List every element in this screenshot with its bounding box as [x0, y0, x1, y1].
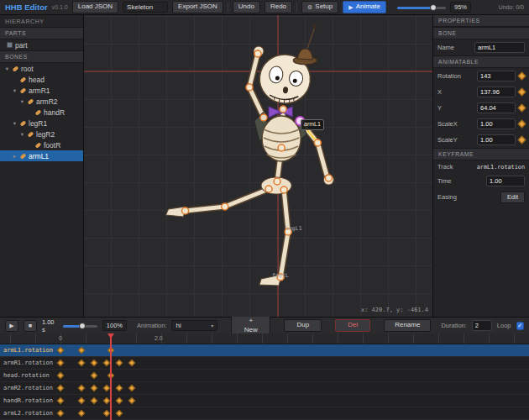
bone-item-legR1[interactable]: ▾ legR1 [0, 118, 83, 129]
animation-label: Animation: [137, 322, 166, 329]
keyframe-diamond[interactable] [116, 385, 123, 391]
slider-thumb[interactable] [79, 323, 86, 329]
animate-mode-button[interactable]: ▶ Animate [343, 1, 386, 13]
chevron-down-icon: ▾ [211, 323, 213, 328]
keyframe-toggle-rotation[interactable] [518, 72, 526, 81]
canvas-zoom-slider[interactable] [397, 3, 446, 12]
track-name-label: head.rotation [0, 372, 50, 379]
slider-thumb[interactable] [430, 4, 437, 11]
x-input[interactable] [477, 87, 516, 97]
bone-name-input[interactable] [474, 42, 525, 53]
loop-checkbox[interactable]: ✓ [516, 322, 524, 330]
rotation-input[interactable] [477, 71, 516, 81]
timeline-track-row[interactable]: armR1.rotation [0, 357, 529, 370]
keyframe-diamond[interactable] [91, 372, 97, 379]
timeline-track-row[interactable]: armR2.rotation [0, 382, 529, 395]
redo-button[interactable]: Redo [264, 1, 292, 13]
keyframe-diamond[interactable] [91, 385, 97, 391]
redo-label: Redo [270, 3, 286, 11]
setup-mode-button[interactable]: ⚙ Setup [301, 1, 338, 13]
bone-item-legR2[interactable]: ▾ legR2 [0, 129, 83, 139]
bone-item-armL1[interactable]: ▸ armL1 [0, 150, 83, 161]
timeline-track-row[interactable]: armL1.rotation [0, 344, 529, 357]
canvas-joint-label: legL1 [285, 225, 302, 232]
playhead-handle-icon[interactable] [107, 333, 114, 342]
timeline-track-row[interactable]: armL2.rotation [0, 407, 529, 420]
bone-item-footR[interactable]: footR [0, 139, 83, 150]
keyframe-diamond[interactable] [116, 410, 123, 417]
skeleton-name-input[interactable] [123, 2, 168, 13]
keyframe-diamond[interactable] [78, 410, 85, 417]
stop-button[interactable]: ■ [24, 320, 37, 332]
delete-animation-button[interactable]: Del [335, 319, 370, 331]
timeline-track-row[interactable]: handR.rotation [0, 395, 529, 407]
caret-down-icon[interactable]: ▾ [4, 66, 10, 72]
loop-label: Loop [497, 322, 511, 329]
timeline-zoom-slider[interactable] [63, 322, 97, 330]
caret-down-icon[interactable]: ▾ [12, 87, 18, 94]
keyframe-toggle-x[interactable] [518, 88, 526, 97]
keyframe-diamond[interactable] [57, 410, 64, 417]
keyframe-diamond[interactable] [91, 360, 97, 366]
scaley-label: ScaleY [437, 136, 474, 144]
animation-select-value: hi [175, 322, 211, 329]
bone-item-armR2[interactable]: ▾ armR2 [0, 96, 83, 107]
delete-animation-label: Del [348, 321, 358, 329]
bone-label: armR1 [29, 87, 50, 95]
skeleton-character[interactable] [84, 15, 432, 317]
keyframe-diamond[interactable] [57, 372, 64, 379]
keyframe-diamond[interactable] [128, 397, 135, 404]
bone-item-armR1[interactable]: ▾ armR1 [0, 85, 83, 96]
caret-down-icon[interactable]: ▾ [19, 131, 25, 138]
keyframe-diamond[interactable] [78, 385, 85, 391]
bone-item-handR[interactable]: handR [0, 107, 83, 118]
timeline-area[interactable]: 0 2.0 armL1.rotationarmR1.rotationhead.r… [0, 333, 529, 420]
scaley-input[interactable] [477, 134, 516, 145]
keyframe-diamond[interactable] [78, 360, 85, 366]
duplicate-animation-label: Dup [296, 321, 309, 329]
properties-panel: PROPERTIES BONE Name ANIMATABLE Rotation… [432, 15, 529, 317]
y-input[interactable] [477, 102, 516, 113]
keyframe-toggle-scaley[interactable] [518, 136, 526, 144]
undo-button[interactable]: Undo [233, 1, 260, 13]
easing-edit-button[interactable]: Edit [500, 192, 525, 203]
keyframe-diamond[interactable] [78, 347, 85, 354]
keyframe-diamond[interactable] [128, 385, 135, 391]
keyframe-diamond[interactable] [116, 360, 123, 366]
play-icon: ▶ [348, 3, 353, 11]
playhead[interactable] [110, 333, 112, 420]
rename-animation-button[interactable]: Rename [384, 319, 431, 331]
duration-input[interactable] [472, 320, 492, 331]
ruler-tick-start: 0 [59, 335, 62, 341]
keyframe-diamond[interactable] [57, 347, 64, 354]
timeline-rows: armL1.rotationarmR1.rotationhead.rotatio… [0, 344, 529, 420]
bone-icon [20, 87, 27, 94]
caret-right-icon[interactable]: ▸ [12, 153, 18, 160]
keyframe-diamond[interactable] [57, 385, 64, 391]
canvas-viewport[interactable]: armL1 x: 420.7, y: -461.4 legL1footL [84, 15, 432, 317]
caret-down-icon[interactable]: ▾ [12, 120, 18, 127]
keyframe-diamond[interactable] [78, 397, 85, 404]
new-animation-label: + New [242, 317, 259, 334]
timeline-ruler[interactable]: 0 2.0 [0, 333, 529, 344]
scalex-input[interactable] [477, 118, 516, 129]
duplicate-animation-button[interactable]: Dup [284, 319, 322, 331]
time-input[interactable] [486, 176, 525, 186]
keyframe-diamond[interactable] [91, 397, 97, 404]
part-item[interactable]: part [0, 39, 83, 50]
bone-item-head[interactable]: head [0, 74, 83, 85]
bone-item-root[interactable]: ▾ root [0, 63, 83, 74]
export-json-button[interactable]: Export JSON [172, 1, 223, 13]
play-button[interactable]: ▶ [5, 320, 18, 332]
caret-down-icon[interactable]: ▾ [19, 98, 25, 105]
keyframe-toggle-y[interactable] [518, 104, 526, 113]
timeline-track-row[interactable]: head.rotation [0, 370, 529, 382]
track-name-label: armL1.rotation [0, 347, 53, 354]
load-json-button[interactable]: Load JSON [72, 1, 118, 13]
keyframe-diamond[interactable] [128, 360, 135, 366]
keyframe-toggle-scalex[interactable] [518, 120, 526, 129]
keyframe-diamond[interactable] [57, 360, 64, 366]
keyframe-diamond[interactable] [116, 397, 123, 404]
animation-select[interactable]: hi ▾ [171, 320, 217, 331]
keyframe-diamond[interactable] [57, 397, 64, 404]
